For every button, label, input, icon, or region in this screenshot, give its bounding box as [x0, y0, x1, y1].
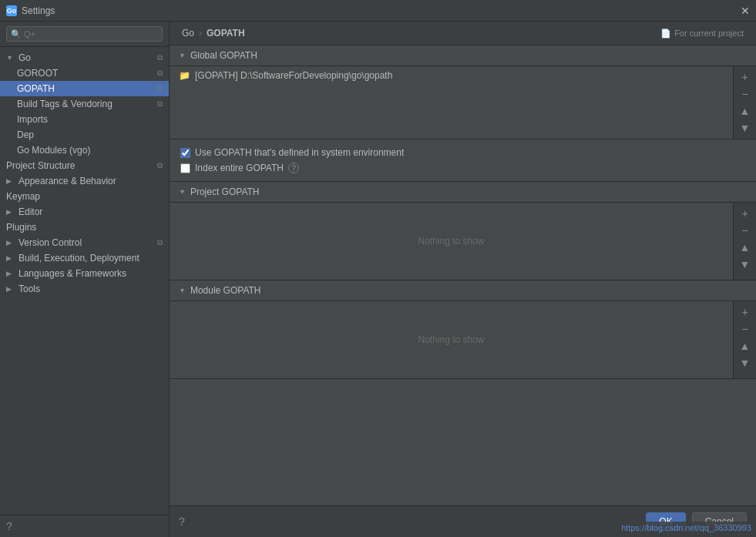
sidebar-item-build-tags-label: Build Tags & Vendoring — [17, 99, 113, 109]
use-gopath-label[interactable]: Use GOPATH that's defined in system envi… — [195, 147, 404, 158]
module-gopath-add-button[interactable]: + — [736, 304, 754, 320]
languages-arrow-icon: ▶ — [6, 270, 17, 277]
sidebar-help-button[interactable]: ? — [6, 520, 12, 532]
version-control-arrow-icon: ▶ — [6, 239, 17, 247]
module-gopath-section: ▼ Module GOPATH Nothing to show + − ▲ ▼ — [170, 280, 756, 379]
sidebar-item-go-modules-label: Go Modules (vgo) — [17, 145, 90, 156]
index-gopath-label[interactable]: Index entire GOPATH — [195, 163, 284, 173]
sidebar: 🔍 ▼ Go ⧉ GOROOT ⧉ GOPATH ⧉ Build Tags & … — [0, 22, 170, 537]
sidebar-item-build-tags[interactable]: Build Tags & Vendoring ⧉ — [0, 96, 169, 112]
for-current-project[interactable]: 📄 For current project — [660, 29, 744, 39]
global-gopath-title[interactable]: ▼ Global GOPATH — [170, 45, 756, 66]
list-item[interactable]: 📁 [GOPATH] D:\SoftwareForDeveloping\go\g… — [170, 66, 733, 85]
gopath-copy-icon: ⧉ — [157, 84, 163, 93]
options-area: Use GOPATH that's defined in system envi… — [170, 139, 756, 182]
search-wrap: 🔍 — [6, 26, 163, 42]
breadcrumb-separator: › — [199, 28, 202, 39]
sidebar-item-languages-label: Languages & Frameworks — [18, 268, 126, 279]
tools-arrow-icon: ▶ — [6, 285, 17, 293]
global-gopath-up-button[interactable]: ▲ — [736, 103, 754, 119]
module-gopath-up-button[interactable]: ▲ — [736, 338, 754, 354]
sidebar-item-editor-label: Editor — [18, 206, 42, 217]
project-gopath-list-wrap: Nothing to show + − ▲ ▼ — [170, 203, 756, 280]
project-structure-copy-icon: ⧉ — [157, 161, 163, 170]
title-bar-left: Go Settings — [6, 5, 55, 16]
project-gopath-up-button[interactable]: ▲ — [736, 240, 754, 255]
index-gopath-help-icon[interactable]: ? — [288, 163, 299, 173]
use-gopath-row: Use GOPATH that's defined in system envi… — [180, 147, 745, 158]
sidebar-item-editor[interactable]: ▶ Editor — [0, 204, 169, 220]
global-gopath-list: 📁 [GOPATH] D:\SoftwareForDeveloping\go\g… — [170, 66, 733, 139]
project-gopath-list: Nothing to show — [170, 203, 733, 280]
breadcrumb-parent: Go — [182, 28, 194, 39]
module-gopath-title[interactable]: ▼ Module GOPATH — [170, 280, 756, 301]
global-gopath-down-button[interactable]: ▼ — [736, 120, 754, 136]
sidebar-item-project-structure-label: Project Structure — [6, 160, 75, 171]
sidebar-item-keymap[interactable]: Keymap — [0, 189, 169, 204]
sidebar-item-goroot[interactable]: GOROOT ⧉ — [0, 65, 169, 81]
sidebar-item-tools-label: Tools — [18, 284, 40, 294]
search-input[interactable] — [6, 26, 163, 42]
module-gopath-list: Nothing to show — [170, 301, 733, 378]
sidebar-item-appearance-label: Appearance & Behavior — [18, 176, 116, 186]
sidebar-item-plugins[interactable]: Plugins — [0, 220, 169, 235]
main-layout: 🔍 ▼ Go ⧉ GOROOT ⧉ GOPATH ⧉ Build Tags & … — [0, 22, 756, 537]
sidebar-item-gopath-label: GOPATH — [17, 83, 55, 94]
sidebar-item-gopath[interactable]: GOPATH ⧉ — [0, 81, 169, 96]
project-gopath-add-button[interactable]: + — [736, 206, 754, 221]
global-gopath-list-wrap: 📁 [GOPATH] D:\SoftwareForDeveloping\go\g… — [170, 66, 756, 139]
sidebar-item-project-structure[interactable]: Project Structure ⧉ — [0, 158, 169, 173]
index-gopath-checkbox[interactable] — [180, 163, 190, 173]
sidebar-item-dep[interactable]: Dep — [0, 127, 169, 143]
module-gopath-arrow: ▼ — [179, 287, 186, 294]
global-gopath-label: Global GOPATH — [190, 50, 257, 61]
sidebar-item-imports-label: Imports — [17, 114, 48, 125]
global-gopath-add-button[interactable]: + — [736, 69, 754, 85]
sidebar-bottom: ? — [0, 515, 169, 537]
module-gopath-empty: Nothing to show — [170, 301, 733, 378]
sidebar-item-imports[interactable]: Imports — [0, 112, 169, 127]
index-gopath-row: Index entire GOPATH ? — [180, 163, 745, 173]
module-gopath-remove-button[interactable]: − — [736, 321, 754, 337]
for-current-project-label: For current project — [674, 29, 744, 38]
editor-arrow-icon: ▶ — [6, 208, 17, 216]
build-execution-arrow-icon: ▶ — [6, 254, 17, 262]
close-button[interactable]: ✕ — [741, 5, 750, 16]
sidebar-item-build-execution-label: Build, Execution, Deployment — [18, 253, 139, 263]
project-gopath-title[interactable]: ▼ Project GOPATH — [170, 182, 756, 203]
sidebar-item-goroot-label: GOROOT — [17, 68, 58, 79]
project-doc-icon: 📄 — [660, 29, 671, 39]
sidebar-item-dep-label: Dep — [17, 129, 34, 140]
sidebar-item-version-control[interactable]: ▶ Version Control ⧉ — [0, 235, 169, 250]
sidebar-item-go[interactable]: ▼ Go ⧉ — [0, 50, 169, 65]
app-icon: Go — [6, 5, 17, 16]
footer-help-button[interactable]: ? — [179, 515, 185, 528]
global-gopath-remove-button[interactable]: − — [736, 86, 754, 102]
global-gopath-content: 📁 [GOPATH] D:\SoftwareForDeveloping\go\g… — [170, 66, 756, 139]
sidebar-item-appearance-behavior[interactable]: ▶ Appearance & Behavior — [0, 173, 169, 189]
sidebar-item-languages-frameworks[interactable]: ▶ Languages & Frameworks — [0, 266, 169, 281]
sidebar-item-build-execution[interactable]: ▶ Build, Execution, Deployment — [0, 250, 169, 266]
sidebar-item-version-control-label: Version Control — [18, 237, 82, 248]
project-gopath-down-button[interactable]: ▼ — [736, 257, 754, 272]
module-gopath-down-button[interactable]: ▼ — [736, 355, 754, 371]
project-gopath-remove-button[interactable]: − — [736, 223, 754, 238]
sidebar-item-tools[interactable]: ▶ Tools — [0, 281, 169, 297]
sidebar-item-go-modules[interactable]: Go Modules (vgo) — [0, 143, 169, 158]
go-arrow-icon: ▼ — [6, 54, 17, 62]
go-copy-icon: ⧉ — [157, 53, 163, 62]
version-control-copy-icon: ⧉ — [157, 238, 163, 247]
project-gopath-empty: Nothing to show — [170, 203, 733, 280]
title-bar-title: Settings — [22, 5, 55, 16]
search-icon: 🔍 — [11, 29, 22, 39]
project-gopath-arrow: ▼ — [179, 188, 186, 196]
sidebar-item-keymap-label: Keymap — [6, 191, 40, 202]
use-gopath-checkbox[interactable] — [180, 148, 190, 158]
module-gopath-label: Module GOPATH — [190, 285, 261, 296]
goroot-copy-icon: ⧉ — [157, 69, 163, 78]
global-gopath-arrow: ▼ — [179, 52, 186, 59]
sidebar-item-plugins-label: Plugins — [6, 222, 36, 233]
project-gopath-actions: + − ▲ ▼ — [733, 203, 756, 280]
global-gopath-actions: + − ▲ ▼ — [733, 66, 756, 139]
watermark: https://blog.csdn.net/qq_36330993 — [617, 522, 756, 534]
